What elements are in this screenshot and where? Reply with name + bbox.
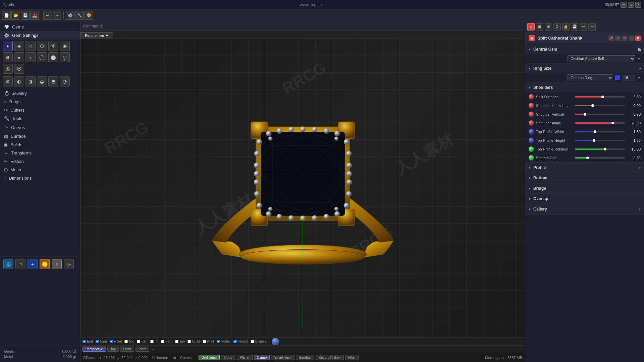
rp-save-btn[interactable]: 💾 [571,23,578,31]
snap-vertex[interactable]: Vertex [217,340,230,343]
gem-icon-1[interactable]: ♦ [3,41,13,51]
tab-perspective[interactable]: Perspective ▼ [80,32,113,39]
tab-perspective-bottom[interactable]: Perspective [83,347,106,352]
rp-color-btn[interactable]: ● [527,23,535,31]
ring-size-expand[interactable]: ▼ [637,76,641,80]
gumball-btn[interactable]: Gumball [296,355,314,360]
snap-end[interactable]: End [83,340,93,343]
gem-icon-16[interactable]: ◐ [14,76,24,86]
shoulders-header[interactable]: ▼ Shoulders [525,82,644,93]
filter-btn[interactable]: Filter [345,355,359,360]
sidebar-item-jewelry[interactable]: 💍 Jewelry [0,89,80,98]
view-sphere[interactable]: ● [28,259,38,269]
central-gem-expand[interactable]: ▼ [637,57,641,61]
gem-icon-8[interactable]: ● [14,52,24,62]
central-gem-select[interactable]: Cushion Square 5x5 [568,55,635,62]
profile-header[interactable]: ▼ Profile ▼ [525,163,644,173]
toolbar-open[interactable]: 📂 [11,11,20,20]
minimize-button[interactable]: ─ [621,2,627,8]
toolbar-settings[interactable]: ⚙️ [66,11,74,20]
gem-icon-20[interactable]: ◔ [60,76,70,86]
close-button[interactable]: ✕ [635,2,641,8]
shoulder-vertical-slider[interactable] [575,114,625,115]
central-gem-header[interactable]: ▼ Central Gem ⊞ [525,44,644,54]
planar-btn[interactable]: Planar [237,355,253,360]
gem-icon-19[interactable]: ◓ [48,76,58,86]
tab-right[interactable]: Right [136,347,149,352]
snap-disable[interactable]: Disable [251,340,266,343]
shoulder-angle-slider[interactable] [575,122,625,124]
maximize-button[interactable]: □ [628,2,634,8]
gem-icon-18[interactable]: ◒ [37,76,47,86]
rp-check-btn[interactable]: ✓ [615,36,621,41]
ortho-btn[interactable]: Ortho [221,355,235,360]
profile-expand[interactable]: ▼ [638,166,641,170]
snap-point[interactable]: Point [110,340,122,343]
gem-icon-7[interactable]: ⊕ [3,52,13,62]
ring-size-header[interactable]: ▼ Ring Size ≡ [525,63,644,73]
gallery-header[interactable]: ▼ Gallery ▼ [525,204,644,214]
rp-close-btn[interactable]: ✕ [635,36,641,41]
top-profile-rotation-slider[interactable] [575,148,625,150]
shoulder-horizontal-slider[interactable] [575,105,625,106]
tab-top[interactable]: Top [107,347,119,352]
snap-near[interactable]: Near [96,340,107,343]
gem-icon-9[interactable]: ○ [25,52,36,62]
toolbar-tools[interactable]: 🔧 [75,11,84,20]
snap-knot[interactable]: Knot [203,340,214,343]
snap-int[interactable]: Int [150,340,158,343]
sidebar-item-edition[interactable]: ✏ Edition [0,157,80,166]
view-circle[interactable]: ◎ [64,259,74,269]
view-gold[interactable]: 🟡 [40,259,50,269]
snap-mid[interactable]: Mid [124,340,134,343]
sidebar-item-tools[interactable]: 🔧 Tools [0,114,80,123]
gumball-icon[interactable] [272,338,279,345]
bridge-header[interactable]: ▼ Bridge [525,183,644,193]
snap-cen[interactable]: Cen [137,340,147,343]
snap-quad[interactable]: Quad [187,340,200,343]
sidebar-item-transform[interactable]: ↔ Transform [0,149,80,157]
ring-size-color[interactable] [615,75,620,80]
sidebar-item-dimensions[interactable]: ↕ Dimensions [0,174,80,182]
grid-snap-btn[interactable]: Grid Snap [199,355,220,360]
sidebar-item-cutters[interactable]: ✂ Cutters [0,106,80,114]
view-flat[interactable]: ◻ [15,259,25,269]
toolbar-new[interactable]: 📄 [2,11,11,20]
split-distance-slider[interactable] [575,96,625,98]
gem-icon-14[interactable]: ⦿ [14,64,24,74]
gem-icon-5[interactable]: ❋ [48,41,58,51]
gem-icon-12[interactable]: ◌ [60,52,70,62]
rp-settings-btn[interactable]: ⚙ [553,23,561,31]
rp-render-btn[interactable]: ▣ [536,23,543,31]
snap-tan[interactable]: Tan [175,340,185,343]
rp-history-btn[interactable]: ↩ [580,23,587,31]
sidebar-item-gem-settings[interactable]: ⚙️ Gem Settings [0,31,80,40]
gem-icon-3[interactable]: ◇ [25,41,36,51]
sidebar-item-surface[interactable]: ▦ Surface [0,132,80,140]
rp-view-btn[interactable]: ◉ [545,23,552,31]
top-profile-width-slider[interactable] [575,131,625,132]
gem-icon-11[interactable]: ⬤ [48,52,58,62]
view-globe[interactable]: 🌐 [3,259,13,269]
sidebar-item-rings[interactable]: ○ Rings [0,98,80,106]
record-history-btn[interactable]: Record History [316,355,344,360]
gem-icon-13[interactable]: ◎ [3,64,13,74]
rp-undo-btn[interactable]: ↪ [588,23,596,31]
gem-icon-6[interactable]: ◉ [60,41,70,51]
osnap-btn[interactable]: Osnap [254,355,270,360]
sidebar-item-mesh[interactable]: ⬡ Mesh [0,166,80,174]
snap-perp[interactable]: Perp [161,340,172,343]
top-profile-height-slider[interactable] [575,140,625,141]
gem-icon-4[interactable]: ⬡ [37,41,47,51]
view-gray[interactable]: ○ [52,259,62,269]
gem-icon-17[interactable]: ◑ [25,76,36,86]
sidebar-item-curves[interactable]: 〜 Curves [0,123,80,132]
viewport-canvas[interactable]: RRCG 人人素材 RRCG RRCG 人人素材 [80,39,525,337]
overlap-header[interactable]: ▼ Overlap [525,194,644,204]
gem-icon-2[interactable]: ◈ [14,41,24,51]
sidebar-item-solids[interactable]: ◼ Solids [0,140,80,149]
toolbar-save[interactable]: 💾 [21,11,30,20]
toolbar-redo[interactable]: ↪ [53,11,61,20]
rp-lock-btn[interactable]: 🔒 [562,23,570,31]
ring-size-select[interactable]: Gem on Ring [568,74,613,81]
